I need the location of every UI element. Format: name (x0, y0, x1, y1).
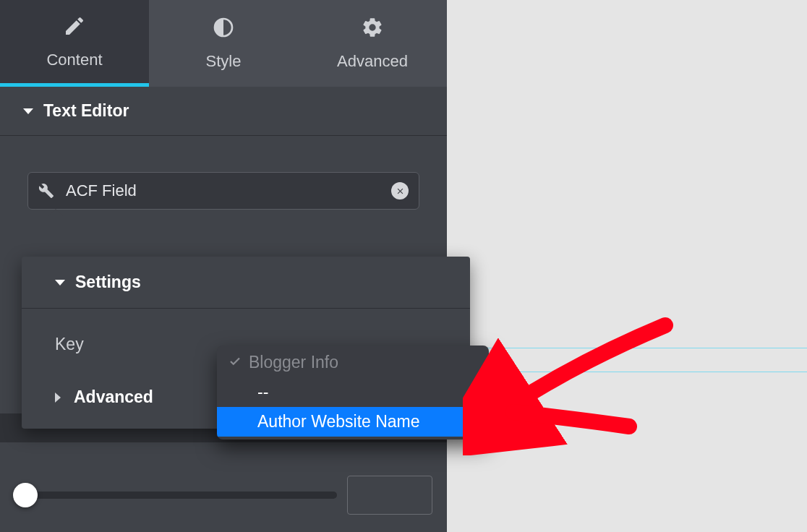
slider-control (0, 476, 447, 515)
caret-right-icon (55, 392, 61, 403)
slider-track[interactable] (14, 492, 337, 499)
tab-content-label: Content (46, 51, 102, 69)
editor-canvas[interactable] (447, 0, 807, 532)
contrast-icon (212, 16, 235, 43)
clear-field-button[interactable] (391, 182, 409, 200)
dropdown-option-author-website-name[interactable]: Author Website Name (217, 407, 489, 437)
dropdown-option-empty-label: -- (257, 382, 268, 402)
tab-advanced[interactable]: Advanced (298, 0, 447, 87)
dropdown-group-blogger-info: Blogger Info (217, 346, 489, 377)
dynamic-field-selector[interactable]: ACF Field (27, 172, 419, 210)
close-icon (396, 186, 405, 196)
content-area: ACF Field (0, 136, 447, 217)
section-title: Text Editor (43, 101, 129, 121)
gear-icon (361, 16, 384, 43)
caret-down-icon (23, 108, 33, 114)
key-label: Key (55, 330, 185, 354)
tab-advanced-label: Advanced (337, 52, 408, 71)
slider-thumb[interactable] (13, 483, 38, 507)
guide-line-top (447, 348, 807, 348)
dropdown-option-empty[interactable]: -- (217, 377, 489, 407)
tab-content[interactable]: Content (0, 0, 149, 87)
popover-pointer (48, 209, 63, 216)
dropdown-group-label: Blogger Info (249, 353, 338, 372)
slider-value-input[interactable] (347, 476, 432, 515)
wrench-icon (38, 183, 54, 199)
tab-style[interactable]: Style (149, 0, 298, 87)
key-dropdown: Blogger Info -- Author Website Name (217, 346, 489, 439)
dropdown-option-selected-label: Author Website Name (257, 412, 420, 432)
section-text-editor[interactable]: Text Editor (0, 87, 447, 136)
popover-settings-title: Settings (75, 273, 141, 292)
check-icon (229, 353, 242, 372)
guide-line-bottom (447, 372, 807, 372)
popover-settings-header[interactable]: Settings (22, 257, 470, 309)
field-selector-label: ACF Field (66, 181, 380, 200)
pencil-icon (63, 14, 86, 42)
tab-style-label: Style (206, 52, 242, 71)
caret-down-icon (55, 280, 65, 286)
panel-tabs: Content Style Advanced (0, 0, 447, 87)
popover-advanced-title: Advanced (74, 387, 153, 407)
